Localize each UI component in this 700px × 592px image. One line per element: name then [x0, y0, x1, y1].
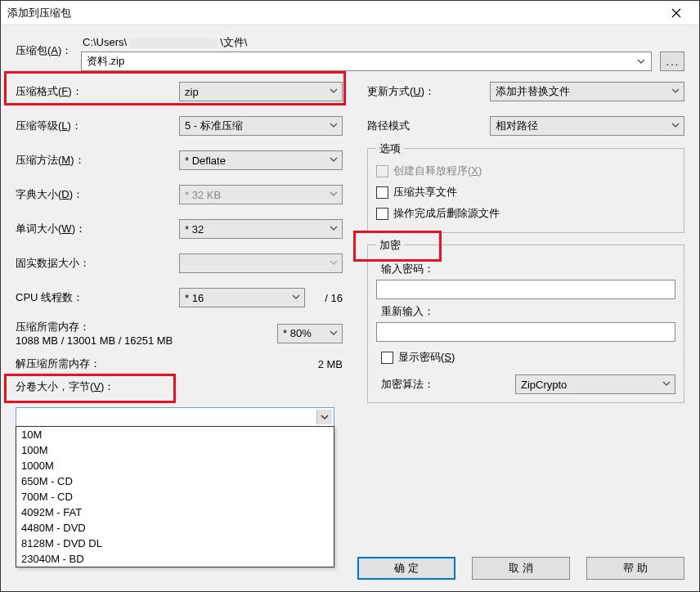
- password2-input[interactable]: [376, 322, 675, 342]
- dict-select[interactable]: * 32 KB: [179, 185, 343, 204]
- dialog-window: 添加到压缩包 压缩包(A)： C:\Users\\文件\ 资料.zip ...: [0, 0, 700, 592]
- update-row: 更新方式(U)： 添加并替换文件: [367, 79, 684, 104]
- right-column: 更新方式(U)： 添加并替换文件 路径模式 相对路径: [367, 79, 684, 427]
- pathmode-row: 路径模式 相对路径: [367, 114, 684, 138]
- chevron-down-icon: [662, 379, 671, 391]
- password-input[interactable]: [376, 280, 675, 299]
- left-column: 压缩格式(F)： zip 压缩等级(L)：: [16, 79, 343, 427]
- chevron-down-icon: [329, 328, 339, 340]
- enc-algo-label: 加密算法：: [376, 377, 515, 392]
- method-select[interactable]: * Deflate: [179, 150, 343, 170]
- solid-label: 固实数据大小：: [16, 256, 179, 271]
- mem-percent-select[interactable]: * 80%: [277, 324, 343, 343]
- close-button[interactable]: [660, 2, 693, 25]
- word-select[interactable]: * 32: [179, 219, 343, 239]
- word-row: 单词大小(W)： * 32: [16, 217, 343, 241]
- level-row: 压缩等级(L)： 5 - 标准压缩: [16, 114, 343, 138]
- chevron-down-icon: [635, 55, 648, 68]
- split-option[interactable]: 100M: [16, 442, 334, 458]
- split-option[interactable]: 10M: [16, 427, 334, 442]
- method-row: 压缩方法(M)： * Deflate: [16, 148, 343, 173]
- encrypt-legend: 加密: [376, 238, 404, 253]
- columns: 压缩格式(F)： zip 压缩等级(L)：: [16, 79, 684, 427]
- dialog-content: 压缩包(A)： C:\Users\\文件\ 资料.zip ...: [1, 25, 699, 549]
- split-option[interactable]: 1000M: [16, 458, 334, 473]
- mem-compress-row: 压缩所需内存： 1088 MB / 13001 MB / 16251 MB * …: [16, 320, 343, 347]
- word-label: 单词大小(W)：: [16, 222, 179, 236]
- split-option[interactable]: 650M - CD: [16, 473, 334, 489]
- chevron-down-icon: [329, 258, 339, 270]
- cpu-label: CPU 线程数：: [16, 290, 179, 305]
- showpwd-row: 显示密码(S): [376, 347, 675, 368]
- encrypt-fieldset: 加密 输入密码： 重新输入： 显示密码(S) 加密算法：: [367, 244, 684, 403]
- delete-check-row: 操作完成后删除源文件: [376, 203, 675, 224]
- close-icon: [671, 8, 681, 18]
- titlebar: 添加到压缩包: [1, 1, 699, 25]
- split-input[interactable]: [16, 407, 334, 427]
- cancel-button[interactable]: 取消: [472, 557, 570, 580]
- split-option[interactable]: 8128M - DVD DL: [16, 536, 334, 551]
- cpu-total: / 16: [310, 292, 343, 304]
- mem-compress-value: 1088 MB / 13001 MB / 16251 MB: [16, 334, 277, 347]
- mem-compress-label: 压缩所需内存：: [16, 320, 277, 334]
- pathmode-select[interactable]: 相对路径: [490, 116, 684, 136]
- password-label: 输入密码：: [381, 262, 675, 276]
- enc-algo-row: 加密算法： ZipCrypto: [376, 374, 675, 394]
- mem-decompress-row: 解压缩所需内存： 2 MB: [16, 353, 343, 374]
- archive-path: C:\Users\\文件\: [81, 35, 684, 52]
- chevron-down-icon: [329, 189, 339, 201]
- split-combo[interactable]: 10M100M1000M650M - CD700M - CD4092M - FA…: [16, 407, 334, 427]
- archive-name-combo[interactable]: 资料.zip: [81, 52, 652, 71]
- split-dropdown-list: 10M100M1000M650M - CD700M - CD4092M - FA…: [16, 426, 334, 567]
- sfx-checkbox: [376, 165, 388, 177]
- chevron-down-icon: [329, 120, 339, 132]
- password2-label: 重新输入：: [381, 304, 675, 319]
- dict-label: 字典大小(D)：: [16, 187, 179, 202]
- sfx-check-row: 创建自释放程序(X): [376, 160, 675, 182]
- cpu-row: CPU 线程数： * 16 / 16: [16, 285, 343, 310]
- options-legend: 选项: [376, 141, 404, 156]
- delete-checkbox[interactable]: [376, 208, 388, 220]
- chevron-down-icon: [316, 410, 332, 424]
- archive-label: 压缩包(A)：: [16, 35, 81, 58]
- dict-row: 字典大小(D)： * 32 KB: [16, 182, 343, 207]
- update-label: 更新方式(U)：: [367, 84, 490, 99]
- archive-name-value: 资料.zip: [87, 54, 124, 69]
- shared-label: 压缩共享文件: [393, 185, 457, 200]
- split-option[interactable]: 23040M - BD: [16, 551, 334, 567]
- mem-decompress-value: 2 MB: [277, 358, 343, 370]
- format-label: 压缩格式(F)：: [16, 84, 179, 99]
- level-select[interactable]: 5 - 标准压缩: [179, 116, 343, 136]
- method-label: 压缩方法(M)：: [16, 153, 179, 168]
- solid-row: 固实数据大小：: [16, 251, 343, 276]
- ok-button[interactable]: 确定: [357, 557, 455, 580]
- split-option[interactable]: 4480M - DVD: [16, 520, 334, 536]
- format-row: 压缩格式(F)： zip: [16, 79, 343, 104]
- chevron-down-icon: [329, 223, 339, 235]
- split-label: 分卷大小，字节(V)：: [16, 379, 343, 394]
- path-mask: [128, 38, 218, 48]
- format-select[interactable]: zip: [179, 82, 343, 101]
- split-option[interactable]: 4092M - FAT: [16, 505, 334, 520]
- solid-select: [179, 253, 343, 273]
- chevron-down-icon: [671, 86, 680, 98]
- showpwd-label: 显示密码(S): [398, 350, 455, 365]
- split-section: 分卷大小，字节(V)： 10M100M1000M650M - CD700M - …: [16, 379, 343, 427]
- showpwd-checkbox[interactable]: [381, 352, 393, 364]
- enc-algo-select[interactable]: ZipCrypto: [515, 374, 675, 394]
- shared-check-row: 压缩共享文件: [376, 182, 675, 203]
- chevron-down-icon: [671, 120, 680, 132]
- pathmode-label: 路径模式: [367, 119, 490, 133]
- archive-row: 压缩包(A)： C:\Users\\文件\ 资料.zip ...: [16, 35, 684, 71]
- update-select[interactable]: 添加并替换文件: [490, 82, 684, 101]
- window-title: 添加到压缩包: [7, 6, 660, 20]
- browse-button[interactable]: ...: [660, 52, 684, 71]
- shared-checkbox[interactable]: [376, 186, 388, 199]
- split-option[interactable]: 700M - CD: [16, 489, 334, 505]
- cpu-select[interactable]: * 16: [179, 288, 305, 307]
- delete-label: 操作完成后删除源文件: [393, 206, 500, 221]
- help-button[interactable]: 帮助: [586, 557, 684, 580]
- mem-decompress-label: 解压缩所需内存：: [16, 357, 277, 371]
- level-label: 压缩等级(L)：: [16, 119, 179, 133]
- options-fieldset: 选项 创建自释放程序(X) 压缩共享文件 操作完成后删除源文件: [367, 148, 684, 233]
